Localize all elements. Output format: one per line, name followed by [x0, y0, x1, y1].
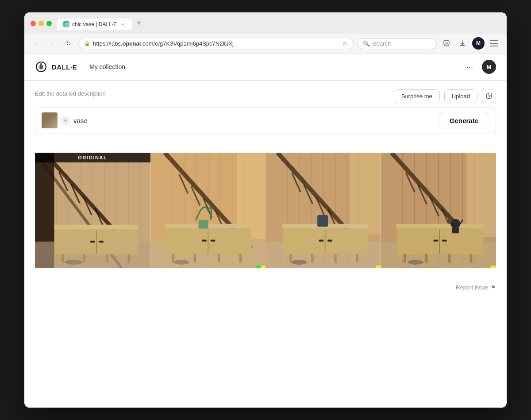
tab-favicon-icon: ↗ — [63, 21, 69, 27]
svg-rect-98 — [433, 239, 438, 241]
upload-button[interactable]: Upload — [444, 89, 477, 103]
image-grid: ORIGINAL — [35, 153, 496, 268]
new-tab-button[interactable]: + — [133, 17, 145, 29]
svg-rect-72 — [319, 239, 323, 241]
history-button[interactable] — [482, 89, 496, 103]
bookmark-icon[interactable]: ☆ — [342, 40, 348, 47]
refresh-button[interactable]: ↻ — [62, 37, 75, 50]
svg-rect-102 — [448, 254, 450, 263]
browser-menu-icon[interactable] — [488, 37, 500, 50]
app-name: DALL·E — [52, 63, 77, 71]
svg-point-79 — [292, 260, 307, 265]
maximize-window-button[interactable] — [46, 21, 52, 26]
toolbar-actions: M — [440, 37, 500, 50]
svg-rect-80 — [376, 266, 381, 268]
close-window-button[interactable] — [31, 21, 36, 26]
url-text: https://labs.openai.com/e/g7K3Vqp1ml6p4S… — [93, 40, 339, 47]
surprise-me-button[interactable]: Surprise me — [394, 89, 440, 103]
svg-rect-95 — [396, 224, 482, 229]
browser-window: ↗ chic vase | DALL·E × + ‹ › ↻ 🔒 https:/… — [24, 12, 507, 408]
forward-button[interactable]: › — [46, 37, 59, 50]
prompt-area: Edit the detailed description Surprise m… — [24, 81, 507, 139]
input-thumbnail — [42, 112, 58, 128]
svg-rect-26 — [127, 254, 130, 263]
svg-rect-103 — [469, 254, 472, 263]
image-scene-2 — [150, 153, 266, 268]
image-card-inner: ORIGINAL — [35, 153, 150, 268]
svg-rect-96 — [397, 228, 482, 254]
security-icon: 🔒 — [84, 41, 90, 46]
svg-rect-21 — [90, 241, 95, 243]
prompt-text-input[interactable] — [73, 117, 439, 124]
image-card-inner-4 — [381, 153, 496, 268]
report-issue-label: Report issue — [456, 284, 488, 291]
image-card-2[interactable] — [150, 153, 266, 268]
svg-rect-46 — [210, 239, 215, 241]
minimize-window-button[interactable] — [38, 21, 44, 26]
svg-rect-75 — [311, 254, 313, 263]
top-bar: Edit the detailed description Surprise m… — [35, 89, 496, 103]
search-bar[interactable]: 🔍 Search — [357, 38, 437, 49]
svg-rect-78 — [317, 215, 328, 227]
user-avatar[interactable]: M — [482, 60, 496, 74]
title-bar-top: ↗ chic vase | DALL·E × + — [31, 17, 500, 30]
openai-logo-icon — [35, 61, 47, 73]
svg-rect-77 — [356, 254, 358, 263]
svg-rect-50 — [239, 254, 241, 263]
thumbnail-image — [42, 112, 58, 128]
svg-rect-53 — [261, 266, 266, 268]
app-logo: DALL·E My collection — [35, 61, 125, 73]
svg-rect-23 — [62, 254, 64, 263]
svg-rect-76 — [334, 254, 336, 263]
tab-title: chic vase | DALL·E — [72, 21, 117, 27]
svg-rect-45 — [202, 239, 207, 241]
title-bar: ↗ chic vase | DALL·E × + — [24, 12, 507, 34]
svg-rect-51 — [198, 220, 208, 229]
svg-rect-47 — [172, 254, 174, 263]
svg-point-104 — [450, 219, 460, 229]
original-badge: ORIGINAL — [35, 153, 150, 162]
more-options-button[interactable]: ··· — [463, 61, 477, 73]
image-card-4[interactable] — [381, 153, 496, 268]
image-card-original[interactable]: ORIGINAL — [35, 153, 150, 268]
url-suffix: .com/e/g7K3Vqp1ml6p4Spc7N2ltJXj — [141, 40, 234, 47]
image-card-inner-2 — [150, 153, 266, 268]
pocket-icon[interactable] — [440, 37, 453, 50]
browser-profile-avatar[interactable]: M — [472, 37, 485, 50]
description-hint: Edit the detailed description — [35, 90, 106, 97]
svg-rect-18 — [54, 225, 138, 230]
tab-close-button[interactable]: × — [119, 21, 126, 27]
search-placeholder: Search — [373, 40, 391, 47]
tab-bar: ↗ chic vase | DALL·E × + — [57, 17, 145, 30]
download-icon[interactable] — [456, 37, 469, 50]
image-scene-4 — [381, 153, 496, 268]
svg-rect-105 — [452, 227, 458, 233]
svg-point-52 — [174, 260, 189, 265]
svg-rect-100 — [404, 254, 406, 263]
my-collection-link[interactable]: My collection — [89, 63, 125, 70]
image-card-3[interactable] — [266, 153, 381, 268]
svg-rect-54 — [256, 266, 261, 268]
image-card-inner-3 — [266, 153, 381, 268]
app-header-actions: ··· M — [463, 60, 496, 74]
prompt-input-box: × Generate — [35, 108, 496, 133]
svg-point-27 — [65, 260, 82, 265]
svg-rect-99 — [442, 239, 446, 241]
url-prefix: https://labs. — [93, 40, 122, 47]
svg-rect-43 — [165, 228, 251, 254]
back-button[interactable]: ‹ — [31, 37, 43, 50]
active-tab[interactable]: ↗ chic vase | DALL·E × — [57, 19, 132, 30]
remove-thumbnail-button[interactable]: × — [61, 116, 70, 125]
svg-rect-73 — [327, 239, 332, 241]
browser-toolbar: ‹ › ↻ 🔒 https://labs.openai.com/e/g7K3Vq… — [24, 34, 507, 54]
report-issue-button[interactable]: Report issue ⚑ — [456, 284, 496, 291]
svg-rect-25 — [106, 254, 108, 263]
svg-rect-63 — [350, 153, 381, 235]
url-domain: openai — [122, 40, 141, 47]
svg-rect-107 — [490, 266, 496, 268]
search-icon: 🔍 — [363, 40, 370, 47]
address-bar[interactable]: 🔒 https://labs.openai.com/e/g7K3Vqp1ml6p… — [78, 38, 354, 49]
generate-button[interactable]: Generate — [439, 113, 489, 128]
report-icon: ⚑ — [491, 284, 496, 291]
svg-rect-24 — [83, 254, 85, 263]
